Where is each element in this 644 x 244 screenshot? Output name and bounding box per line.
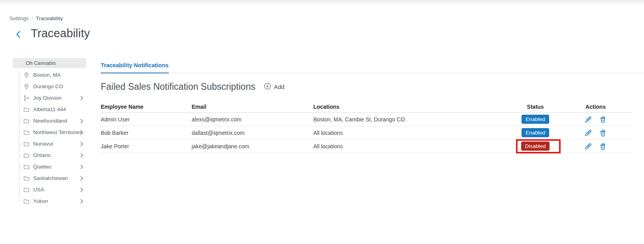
tree-item-icon [23, 164, 30, 170]
sidebar-item-root-company[interactable]: Oh Cannabis [13, 58, 86, 68]
sidebar-tree-item[interactable]: Durango CO [13, 81, 86, 92]
sidebar-tree-item[interactable]: Joy Division [13, 92, 86, 104]
tree-item-label: Newfoundland [33, 118, 67, 124]
status-badge: Disabled [521, 142, 550, 151]
sidebar-tree-item[interactable]: Northwest Territories [13, 127, 86, 138]
tree-item-icon [23, 198, 30, 204]
cell-locations: Boston, MA, Cambie St, Durango CO [313, 116, 512, 123]
sidebar-tree-item[interactable]: Boston, MA [13, 69, 86, 81]
cell-employee-name: Bob Barker [101, 130, 192, 136]
tree-item-label: Nunavut [33, 141, 53, 147]
tree-item-icon [23, 187, 30, 193]
status-annotation-box: Disabled [516, 139, 561, 153]
cell-status: Enabled [512, 127, 559, 139]
sidebar-tree-item[interactable]: Newfoundland [13, 115, 86, 127]
sidebar-tree-item[interactable]: Ontario [13, 149, 86, 161]
tree-item-icon [23, 118, 30, 124]
pencil-icon [584, 118, 592, 125]
tree-item-label: Ontario [33, 152, 51, 158]
table-header-row: Employee Name Email Locations Status Act… [101, 101, 632, 113]
location-tree-sidebar: Oh Cannabis Boston, MA [13, 58, 86, 207]
tree-item-icon [23, 95, 30, 101]
sidebar-tree-item[interactable]: Alberta11 444 [13, 104, 86, 115]
status-badge: Enabled [522, 115, 549, 124]
chevron-right-icon[interactable] [79, 165, 84, 169]
cell-email: jake@jakeandjane.com [192, 143, 313, 149]
col-header-locations: Locations [313, 104, 512, 110]
tree-item-icon [23, 72, 30, 78]
delete-button[interactable] [599, 129, 607, 137]
cell-status: Disabled [512, 142, 559, 151]
table-row: Jake Porter jake@jakeandjane.com All loc… [101, 140, 632, 153]
tree-item-label: Yukon [33, 198, 48, 204]
tree-item-label: Quebec [33, 164, 52, 170]
breadcrumb-settings[interactable]: Settings [9, 15, 29, 21]
tree-item-label: Durango CO [33, 83, 63, 89]
add-button-label: Add [274, 83, 284, 90]
cell-actions [559, 115, 632, 123]
tree-item-icon [23, 152, 30, 159]
col-header-employee-name: Employee Name [101, 104, 192, 110]
edit-button[interactable] [584, 129, 592, 137]
breadcrumb: Settings / Traceability [9, 15, 63, 21]
location-tree: Boston, MA [13, 68, 86, 207]
sidebar-tree-item[interactable]: Quebec [13, 161, 86, 172]
tree-item-icon [23, 175, 30, 182]
pencil-icon [584, 145, 592, 151]
add-subscription-button[interactable]: Add [264, 83, 284, 91]
trash-icon [599, 132, 607, 138]
cell-actions [559, 142, 632, 150]
top-shadow [0, 0, 644, 5]
cell-email: alexs@iqmetrix.com [192, 116, 313, 123]
col-header-email: Email [192, 104, 313, 110]
edit-button[interactable] [584, 142, 592, 150]
cell-employee-name: Jake Porter [101, 143, 192, 149]
sidebar-tree-item[interactable]: Saskatchewan [13, 172, 86, 184]
section-header: Failed Sales Notification Subscriptions … [101, 81, 284, 92]
table-row: Admin User alexs@iqmetrix.com Boston, MA… [101, 113, 632, 126]
tree-item-label: USA [33, 187, 44, 193]
breadcrumb-current: Traceability [36, 15, 63, 21]
tree-item-label: Northwest Territories [33, 129, 82, 135]
tree-item-label: Joy Division [33, 95, 62, 101]
tree-item-icon [23, 141, 30, 147]
breadcrumb-separator: / [32, 15, 33, 21]
tab-traceability-notifications[interactable]: Traceability Notifications [101, 62, 169, 74]
cell-locations: All locations [313, 130, 512, 136]
cell-employee-name: Admin User [101, 116, 192, 123]
cell-locations: All locations [313, 143, 512, 149]
status-badge: Enabled [522, 128, 549, 137]
pencil-icon [584, 132, 592, 138]
delete-button[interactable] [599, 142, 607, 150]
tree-item-label: Saskatchewan [33, 175, 68, 181]
chevron-right-icon[interactable] [79, 130, 84, 135]
chevron-right-icon[interactable] [79, 96, 84, 100]
table-body: Admin User alexs@iqmetrix.com Boston, MA… [101, 113, 632, 153]
cell-email: dallast@iqmetrix.com [192, 130, 313, 136]
col-header-actions: Actions [559, 104, 632, 110]
back-button[interactable] [13, 29, 24, 40]
chevron-right-icon[interactable] [79, 119, 84, 123]
chevron-right-icon[interactable] [79, 142, 84, 146]
col-header-status: Status [512, 104, 559, 110]
tree-item-icon [23, 106, 30, 113]
cell-actions [559, 129, 632, 137]
table-row: Bob Barker dallast@iqmetrix.com All loca… [101, 126, 632, 140]
tree-item-icon [23, 83, 30, 90]
sidebar-tree-item[interactable]: Nunavut [13, 138, 86, 149]
trash-icon [599, 118, 607, 125]
plus-circle-icon [264, 83, 271, 91]
chevron-right-icon[interactable] [79, 187, 84, 192]
trash-icon [599, 145, 607, 151]
edit-button[interactable] [584, 115, 592, 123]
tree-item-label: Alberta11 444 [33, 106, 66, 112]
sidebar-tree-item[interactable]: Yukon [13, 195, 86, 207]
sidebar-tree-item[interactable]: USA [13, 184, 86, 195]
tree-item-label: Boston, MA [33, 72, 61, 78]
chevron-right-icon[interactable] [79, 153, 84, 158]
status-annotation-box: Enabled [520, 127, 551, 139]
delete-button[interactable] [599, 115, 607, 123]
tree-item-icon [23, 129, 30, 136]
chevron-right-icon[interactable] [79, 199, 84, 204]
chevron-right-icon[interactable] [79, 176, 84, 181]
